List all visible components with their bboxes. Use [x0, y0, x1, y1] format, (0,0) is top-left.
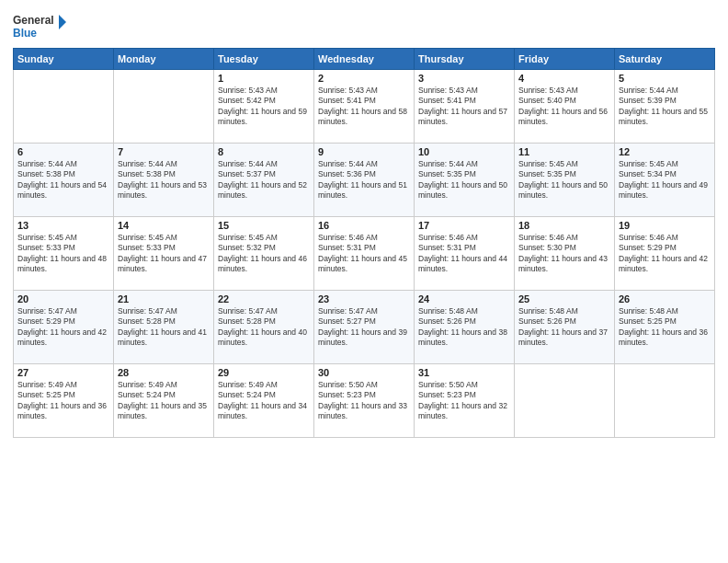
column-header-saturday: Saturday — [615, 49, 715, 70]
calendar-cell — [515, 364, 615, 438]
calendar-cell: 1Sunrise: 5:43 AM Sunset: 5:42 PM Daylig… — [214, 70, 314, 144]
calendar-cell: 19Sunrise: 5:46 AM Sunset: 5:29 PM Dayli… — [615, 217, 715, 291]
week-row-5: 27Sunrise: 5:49 AM Sunset: 5:25 PM Dayli… — [14, 364, 715, 438]
calendar-cell: 17Sunrise: 5:46 AM Sunset: 5:31 PM Dayli… — [415, 217, 515, 291]
day-number: 2 — [318, 73, 410, 84]
day-number: 12 — [619, 146, 711, 157]
calendar-cell: 18Sunrise: 5:46 AM Sunset: 5:30 PM Dayli… — [515, 217, 615, 291]
day-number: 27 — [17, 367, 109, 378]
day-info: Sunrise: 5:48 AM Sunset: 5:26 PM Dayligh… — [518, 306, 610, 349]
calendar-header-row: SundayMondayTuesdayWednesdayThursdayFrid… — [14, 49, 715, 70]
day-info: Sunrise: 5:45 AM Sunset: 5:33 PM Dayligh… — [17, 233, 109, 275]
day-number: 7 — [118, 146, 210, 157]
day-number: 15 — [218, 220, 310, 231]
calendar-cell: 25Sunrise: 5:48 AM Sunset: 5:26 PM Dayli… — [515, 291, 615, 364]
svg-marker-2 — [59, 15, 66, 29]
day-number: 21 — [118, 293, 210, 304]
day-number: 13 — [17, 220, 109, 231]
day-info: Sunrise: 5:45 AM Sunset: 5:34 PM Dayligh… — [619, 159, 711, 201]
day-number: 31 — [418, 367, 510, 378]
day-info: Sunrise: 5:46 AM Sunset: 5:29 PM Dayligh… — [619, 233, 711, 275]
calendar: SundayMondayTuesdayWednesdayThursdayFrid… — [13, 48, 715, 438]
day-number: 5 — [619, 73, 711, 84]
page: General Blue SundayMondayTuesdayWednesda… — [0, 0, 728, 563]
week-row-2: 6Sunrise: 5:44 AM Sunset: 5:38 PM Daylig… — [14, 144, 715, 217]
calendar-cell: 28Sunrise: 5:49 AM Sunset: 5:24 PM Dayli… — [114, 364, 214, 438]
day-info: Sunrise: 5:48 AM Sunset: 5:26 PM Dayligh… — [418, 306, 510, 349]
column-header-monday: Monday — [114, 49, 214, 70]
day-number: 17 — [418, 220, 510, 231]
calendar-cell: 3Sunrise: 5:43 AM Sunset: 5:41 PM Daylig… — [415, 70, 515, 144]
day-number: 14 — [118, 220, 210, 231]
calendar-cell: 27Sunrise: 5:49 AM Sunset: 5:25 PM Dayli… — [14, 364, 114, 438]
calendar-cell: 2Sunrise: 5:43 AM Sunset: 5:41 PM Daylig… — [314, 70, 415, 144]
day-number: 16 — [318, 220, 410, 231]
calendar-cell: 4Sunrise: 5:43 AM Sunset: 5:40 PM Daylig… — [515, 70, 615, 144]
day-info: Sunrise: 5:47 AM Sunset: 5:28 PM Dayligh… — [218, 306, 310, 349]
day-number: 22 — [218, 293, 310, 304]
svg-text:General: General — [13, 14, 54, 27]
day-info: Sunrise: 5:45 AM Sunset: 5:35 PM Dayligh… — [518, 159, 610, 201]
day-info: Sunrise: 5:44 AM Sunset: 5:36 PM Dayligh… — [318, 159, 410, 201]
day-number: 6 — [17, 146, 109, 157]
week-row-1: 1Sunrise: 5:43 AM Sunset: 5:42 PM Daylig… — [14, 70, 715, 144]
calendar-cell: 30Sunrise: 5:50 AM Sunset: 5:23 PM Dayli… — [314, 364, 415, 438]
column-header-sunday: Sunday — [14, 49, 114, 70]
calendar-cell: 14Sunrise: 5:45 AM Sunset: 5:33 PM Dayli… — [114, 217, 214, 291]
calendar-cell: 10Sunrise: 5:44 AM Sunset: 5:35 PM Dayli… — [415, 144, 515, 217]
calendar-cell: 24Sunrise: 5:48 AM Sunset: 5:26 PM Dayli… — [415, 291, 515, 364]
calendar-cell — [615, 364, 715, 438]
day-info: Sunrise: 5:49 AM Sunset: 5:24 PM Dayligh… — [218, 380, 310, 422]
day-number: 24 — [418, 293, 510, 304]
day-info: Sunrise: 5:50 AM Sunset: 5:23 PM Dayligh… — [418, 380, 510, 422]
calendar-cell — [114, 70, 214, 144]
calendar-cell: 20Sunrise: 5:47 AM Sunset: 5:29 PM Dayli… — [14, 291, 114, 364]
calendar-cell: 13Sunrise: 5:45 AM Sunset: 5:33 PM Dayli… — [14, 217, 114, 291]
calendar-cell: 21Sunrise: 5:47 AM Sunset: 5:28 PM Dayli… — [114, 291, 214, 364]
day-number: 29 — [218, 367, 310, 378]
day-info: Sunrise: 5:44 AM Sunset: 5:35 PM Dayligh… — [418, 159, 510, 201]
calendar-cell: 15Sunrise: 5:45 AM Sunset: 5:32 PM Dayli… — [214, 217, 314, 291]
day-info: Sunrise: 5:44 AM Sunset: 5:38 PM Dayligh… — [118, 159, 210, 201]
day-info: Sunrise: 5:47 AM Sunset: 5:28 PM Dayligh… — [118, 306, 210, 349]
day-number: 20 — [17, 293, 109, 304]
day-info: Sunrise: 5:44 AM Sunset: 5:39 PM Dayligh… — [619, 86, 711, 128]
day-info: Sunrise: 5:48 AM Sunset: 5:25 PM Dayligh… — [619, 306, 711, 349]
day-number: 28 — [118, 367, 210, 378]
day-info: Sunrise: 5:49 AM Sunset: 5:25 PM Dayligh… — [17, 380, 109, 422]
day-info: Sunrise: 5:43 AM Sunset: 5:42 PM Dayligh… — [218, 86, 310, 128]
calendar-cell: 29Sunrise: 5:49 AM Sunset: 5:24 PM Dayli… — [214, 364, 314, 438]
day-info: Sunrise: 5:43 AM Sunset: 5:41 PM Dayligh… — [318, 86, 410, 128]
day-info: Sunrise: 5:46 AM Sunset: 5:30 PM Dayligh… — [518, 233, 610, 275]
day-number: 1 — [218, 73, 310, 84]
day-number: 25 — [518, 293, 610, 304]
calendar-cell: 6Sunrise: 5:44 AM Sunset: 5:38 PM Daylig… — [14, 144, 114, 217]
calendar-cell — [14, 70, 114, 144]
day-info: Sunrise: 5:44 AM Sunset: 5:37 PM Dayligh… — [218, 159, 310, 201]
day-number: 26 — [619, 293, 711, 304]
logo-svg: General Blue — [13, 9, 68, 42]
day-number: 3 — [418, 73, 510, 84]
day-info: Sunrise: 5:45 AM Sunset: 5:32 PM Dayligh… — [218, 233, 310, 275]
calendar-cell: 31Sunrise: 5:50 AM Sunset: 5:23 PM Dayli… — [415, 364, 515, 438]
day-number: 11 — [518, 146, 610, 157]
logo: General Blue — [13, 9, 68, 42]
day-info: Sunrise: 5:49 AM Sunset: 5:24 PM Dayligh… — [118, 380, 210, 422]
day-info: Sunrise: 5:44 AM Sunset: 5:38 PM Dayligh… — [17, 159, 109, 201]
day-number: 4 — [518, 73, 610, 84]
day-number: 18 — [518, 220, 610, 231]
column-header-thursday: Thursday — [415, 49, 515, 70]
day-number: 19 — [619, 220, 711, 231]
calendar-cell: 8Sunrise: 5:44 AM Sunset: 5:37 PM Daylig… — [214, 144, 314, 217]
svg-text:Blue: Blue — [13, 27, 37, 40]
day-info: Sunrise: 5:43 AM Sunset: 5:41 PM Dayligh… — [418, 86, 510, 128]
day-number: 10 — [418, 146, 510, 157]
calendar-cell: 5Sunrise: 5:44 AM Sunset: 5:39 PM Daylig… — [615, 70, 715, 144]
week-row-4: 20Sunrise: 5:47 AM Sunset: 5:29 PM Dayli… — [14, 291, 715, 364]
header: General Blue — [13, 9, 715, 42]
column-header-friday: Friday — [515, 49, 615, 70]
day-info: Sunrise: 5:47 AM Sunset: 5:27 PM Dayligh… — [318, 306, 410, 349]
calendar-cell: 22Sunrise: 5:47 AM Sunset: 5:28 PM Dayli… — [214, 291, 314, 364]
day-info: Sunrise: 5:43 AM Sunset: 5:40 PM Dayligh… — [518, 86, 610, 128]
calendar-cell: 26Sunrise: 5:48 AM Sunset: 5:25 PM Dayli… — [615, 291, 715, 364]
